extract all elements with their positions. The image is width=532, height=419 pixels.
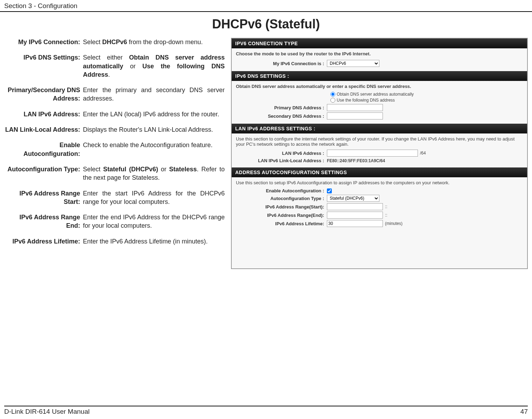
range-start-label: IPv6 Address Range(Start): — [236, 204, 327, 210]
section-header: Section 3 - Configuration — [0, 0, 532, 12]
def-row: Autoconfiguration Type:Select Stateful (… — [4, 165, 225, 182]
autoconf-type-select[interactable]: Stateful (DHCPv6) — [327, 195, 379, 202]
range-end-input[interactable] — [327, 212, 383, 219]
def-row: Primary/Secondary DNS Address:Enter the … — [4, 86, 225, 103]
lifetime-input[interactable] — [327, 220, 383, 227]
range-start-input[interactable] — [327, 203, 383, 210]
radio-label: Obtain DNS server address automatically — [337, 92, 414, 97]
dns-manual-radio[interactable] — [330, 98, 335, 103]
secondary-dns-input[interactable] — [327, 112, 383, 119]
def-label: IPv6 Address Range End: — [4, 213, 83, 230]
primary-dns-label: Primary DNS Address : — [236, 105, 327, 110]
conn-select[interactable]: DHCPv6 — [327, 60, 379, 67]
def-desc: Select either Obtain DNS server address … — [83, 53, 225, 79]
def-label: LAN IPv6 Address: — [4, 110, 83, 118]
def-row: Enable Autoconfiguration:Check to enable… — [4, 141, 225, 158]
def-label: My IPv6 Connection: — [4, 38, 83, 46]
def-label: IPv6 DNS Settings: — [4, 53, 83, 79]
def-row: LAN Link-Local Address:Displays the Rout… — [4, 125, 225, 134]
content-area: My IPv6 Connection:Select DHCPv6 from th… — [0, 38, 532, 269]
range-end-label: IPv6 Address Range(End): — [236, 213, 327, 218]
link-local-value: FE80::240:5FF:FE03:1A9C/64 — [327, 158, 385, 163]
def-row: LAN IPv6 Address:Enter the LAN (local) I… — [4, 110, 225, 118]
enable-autoconf-checkbox[interactable] — [327, 188, 332, 193]
def-label: IPv6 Address Range Start: — [4, 189, 83, 206]
lifetime-label: IPv6 Address Lifetime: — [236, 221, 327, 226]
dns-auto-radio[interactable] — [330, 92, 335, 97]
page-footer: D-Link DIR-614 User Manual 47 — [4, 406, 528, 415]
def-desc: Enter the start IPv6 Address for the DHC… — [83, 189, 225, 206]
panel-intro: Choose the mode to be used by the router… — [236, 51, 523, 56]
def-row: IPv6 Address Lifetime:Enter the IPv6 Add… — [4, 237, 225, 246]
def-desc: Select DHCPv6 from the drop-down menu. — [83, 38, 225, 46]
def-desc: Enter the IPv6 Address Lifetime (in minu… — [83, 237, 225, 246]
page-title: DHCPv6 (Stateful) — [0, 17, 532, 32]
link-local-label: LAN IPv6 Link-Local Address : — [236, 158, 327, 163]
footer-right: 47 — [520, 408, 528, 415]
lan-ipv6-input[interactable] — [327, 150, 418, 157]
lan-suffix: /64 — [420, 151, 426, 156]
lan-ipv6-label: LAN IPv6 Address : — [236, 151, 327, 156]
primary-dns-input[interactable] — [327, 104, 383, 111]
panel-intro: Use this section to setup IPv6 Autoconfi… — [236, 180, 523, 185]
panel-header: IPV6 CONNECTION TYPE — [232, 39, 527, 48]
radio-label: Use the following DNS address — [337, 98, 395, 103]
def-row: IPv6 Address Range Start:Enter the start… — [4, 189, 225, 206]
lifetime-unit: (minutes) — [385, 221, 402, 226]
def-desc: Check to enable the Autoconfiguration fe… — [83, 141, 225, 158]
panel-header: LAN IPv6 ADDRESS SETTINGS : — [232, 124, 527, 133]
def-desc: Enter the end IPv6 Address for the DHCPv… — [83, 213, 225, 230]
secondary-dns-label: Secondary DNS Address : — [236, 114, 327, 119]
def-label: Autoconfiguration Type: — [4, 165, 83, 182]
def-label: LAN Link-Local Address: — [4, 125, 83, 134]
def-desc: Displays the Router's LAN Link-Local Add… — [83, 125, 225, 134]
range-sep: :: — [385, 204, 387, 209]
def-row: IPv6 Address Range End:Enter the end IPv… — [4, 213, 225, 230]
def-row: My IPv6 Connection:Select DHCPv6 from th… — [4, 38, 225, 46]
definitions-column: My IPv6 Connection:Select DHCPv6 from th… — [4, 38, 225, 269]
def-label: IPv6 Address Lifetime: — [4, 237, 83, 246]
def-row: IPv6 DNS Settings:Select either Obtain D… — [4, 53, 225, 79]
enable-autoconf-label: Enable Autoconfiguration : — [236, 188, 327, 193]
footer-left: D-Link DIR-614 User Manual — [4, 408, 90, 415]
panel-intro: Obtain DNS server address automatically … — [236, 84, 523, 89]
conn-label: My IPv6 Connection is : — [236, 61, 327, 66]
def-label: Enable Autoconfiguration: — [4, 141, 83, 158]
autoconf-type-label: Autoconfiguration Type : — [236, 196, 327, 201]
def-desc: Enter the primary and secondary DNS serv… — [83, 86, 225, 103]
def-desc: Select Stateful (DHCPv6) or Stateless. R… — [83, 165, 225, 182]
panel-intro: Use this section to configure the intern… — [236, 136, 523, 147]
screenshot-panel: IPV6 CONNECTION TYPE Choose the mode to … — [231, 38, 528, 269]
panel-header: IPv6 DNS SETTINGS : — [232, 71, 527, 81]
panel-header: ADDRESS AUTOCONFIGURATION SETTINGS — [232, 167, 527, 177]
range-sep: :: — [385, 213, 387, 218]
def-desc: Enter the LAN (local) IPv6 address for t… — [83, 110, 225, 118]
def-label: Primary/Secondary DNS Address: — [4, 86, 83, 103]
